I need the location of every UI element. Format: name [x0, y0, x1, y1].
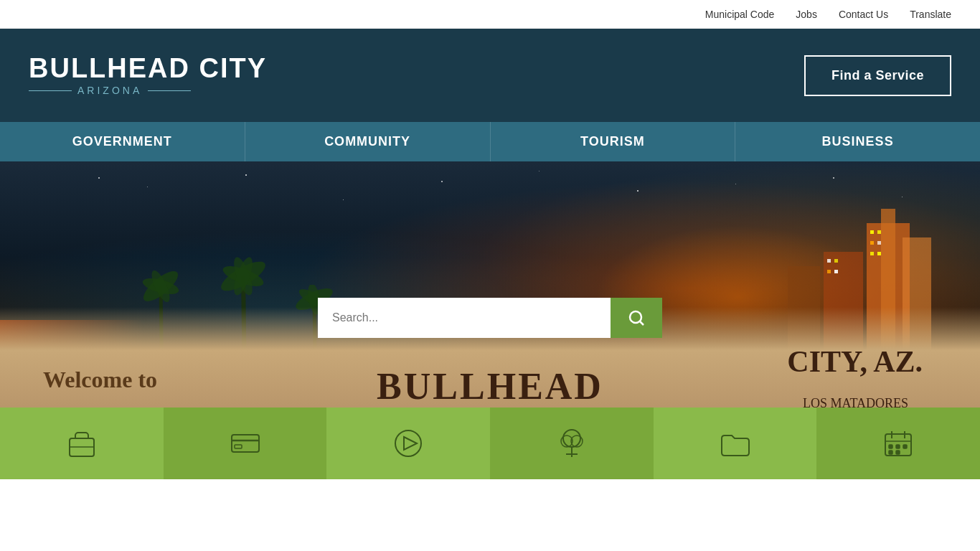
svg-rect-13 [827, 270, 831, 273]
contact-us-link[interactable]: Contact Us [839, 9, 888, 20]
site-header: BULLHEAD CITY ARIZONA Find a Service [0, 29, 980, 122]
search-icon [628, 309, 645, 326]
svg-rect-5 [870, 230, 874, 234]
svg-rect-32 [232, 435, 259, 452]
bullhead-text: BULLHEAD [377, 365, 603, 408]
utility-bar: Municipal Code Jobs Contact Us Translate [0, 0, 980, 29]
svg-line-29 [640, 321, 644, 326]
translate-link[interactable]: Translate [910, 9, 951, 20]
svg-rect-50 [896, 451, 900, 454]
tile-jobs[interactable] [0, 408, 164, 479]
svg-rect-12 [834, 259, 838, 263]
nav-item-business[interactable]: BUSINESS [735, 122, 980, 161]
tile-parks[interactable] [490, 408, 654, 479]
svg-rect-46 [889, 445, 892, 448]
main-nav: GOVERNMENT COMMUNITY TOURISM BUSINESS [0, 122, 980, 161]
svg-rect-8 [877, 241, 881, 245]
svg-rect-49 [889, 451, 892, 454]
svg-rect-34 [235, 445, 242, 448]
search-input[interactable] [318, 298, 611, 338]
jobs-link[interactable]: Jobs [796, 9, 817, 20]
logo-title: BULLHEAD CITY [29, 55, 267, 82]
welcome-text: Welcome to [43, 367, 157, 393]
folder-icon [717, 425, 753, 461]
svg-rect-48 [903, 445, 907, 448]
play-icon [390, 425, 426, 461]
hero-section: Welcome to BULLHEAD CITY, AZ. LOS MATADO… [0, 161, 980, 479]
svg-rect-7 [870, 241, 874, 245]
logo-subtitle: ARIZONA [29, 85, 267, 96]
find-service-button[interactable]: Find a Service [804, 55, 951, 96]
credit-card-icon [227, 425, 263, 461]
nav-item-tourism[interactable]: TOURISM [491, 122, 736, 161]
briefcase-icon [64, 425, 100, 461]
tile-pay[interactable] [164, 408, 327, 479]
tile-documents[interactable] [654, 408, 817, 479]
calendar-icon [880, 425, 916, 461]
municipal-code-link[interactable]: Municipal Code [705, 9, 775, 20]
svg-rect-9 [870, 252, 874, 255]
nav-item-government[interactable]: GOVERNMENT [0, 122, 245, 161]
svg-rect-11 [827, 259, 831, 263]
svg-rect-10 [877, 252, 881, 255]
logo[interactable]: BULLHEAD CITY ARIZONA [29, 55, 267, 96]
bottom-icon-tiles [0, 408, 980, 479]
nav-item-community[interactable]: COMMUNITY [245, 122, 491, 161]
tile-events[interactable] [816, 408, 980, 479]
search-button[interactable] [611, 298, 662, 338]
svg-rect-47 [896, 445, 900, 448]
search-bar [318, 298, 662, 338]
svg-marker-36 [404, 437, 417, 450]
tile-recreation[interactable] [326, 408, 490, 479]
svg-rect-6 [877, 230, 881, 234]
svg-rect-14 [834, 270, 838, 273]
tree-icon [554, 425, 590, 461]
city-az-text: CITY, AZ. [787, 344, 923, 379]
